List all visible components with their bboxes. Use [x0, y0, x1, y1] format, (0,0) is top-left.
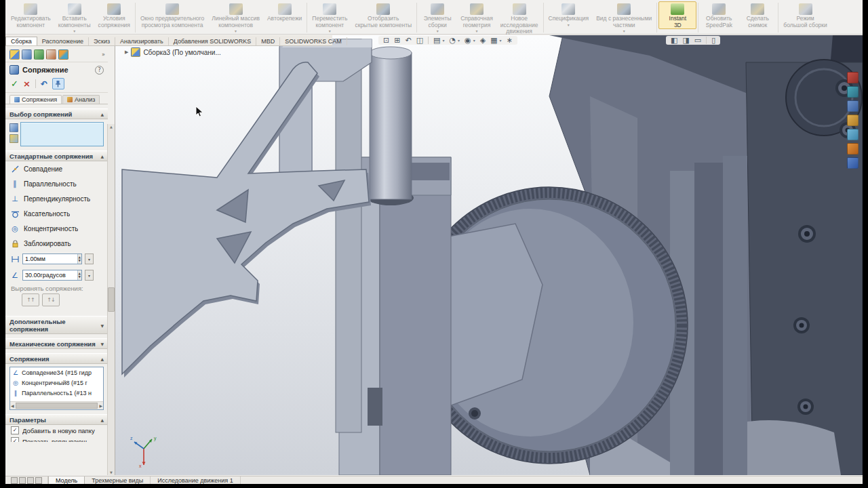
mate-option-coincident[interactable]: Совпадение — [5, 161, 108, 176]
ribbon-item-update-speedpak[interactable]: Обновить SpeedPak — [700, 1, 738, 29]
mate-option-concentric[interactable]: ◎ Концентричность — [5, 221, 108, 236]
statusbar-icon-3[interactable] — [27, 477, 34, 484]
file-explorer-icon[interactable] — [847, 100, 859, 112]
statusbar-icon-1[interactable] — [11, 477, 18, 484]
feature-tree-root[interactable]: ▶ Сборка3 (По умолчани... — [125, 47, 221, 57]
section-header-mate-selections[interactable]: Выбор сопряжений ▲ — [5, 108, 108, 119]
ribbon-item-new-motion-study[interactable]: Новое исследование движения — [497, 1, 542, 36]
zoom-fit-icon[interactable]: ⊡ — [383, 37, 389, 44]
angle-spinner[interactable]: ▲ ▼ — [77, 270, 81, 280]
mate-list-item[interactable]: ◎ Концентричный8 (#15 г — [10, 378, 103, 388]
view-palette-icon[interactable] — [847, 115, 859, 126]
ribbon-item-edit-component[interactable]: Редактировать компонент — [7, 1, 54, 29]
aligned-button[interactable]: ↑↑ — [22, 293, 39, 306]
dropdown-arrow-icon[interactable]: ▾ — [473, 39, 475, 43]
tab-solidworks-addins[interactable]: Добавления SOLIDWORKS — [169, 37, 256, 45]
graphics-viewport[interactable]: ⊡ ⊞ ↶ ◫ ▤ ▾ ◔ ▾ ◉ ▾ ◈ ▦ ▾ ∗ ◧ ◨ ▭ ▯ ▶ С — [115, 35, 863, 475]
show-popup-checkbox[interactable]: ✓ — [11, 437, 19, 442]
mate-option-parallel[interactable]: ∥ Параллельность — [5, 176, 108, 191]
tree-expander-icon[interactable]: ▶ — [125, 49, 128, 55]
featuremanager-tree-icon[interactable] — [9, 49, 20, 60]
scroll-right-icon[interactable]: ▶ — [99, 403, 102, 408]
ribbon-item-reference-geometry[interactable]: Справочная геометрия ▾ — [457, 1, 496, 34]
scroll-up-icon[interactable]: ▲ — [110, 124, 113, 129]
ribbon-item-bill-of-materials[interactable]: Спецификация ▾ — [545, 1, 593, 28]
collapse-icon[interactable]: ▲ — [100, 112, 104, 117]
ribbon-item-move-component[interactable]: Переместить компонент ▾ — [309, 1, 351, 34]
tab-assembly[interactable]: Сборка — [5, 37, 37, 45]
statusbar-icon-4[interactable] — [35, 477, 42, 484]
pane-right-icon[interactable]: ◨ — [682, 37, 689, 44]
panel-scrollbar[interactable]: ▲ ▼ — [107, 124, 115, 475]
previous-view-icon[interactable]: ↶ — [405, 37, 411, 44]
dropdown-arrow-icon[interactable]: ▾ — [500, 39, 502, 43]
ribbon-item-smart-fasteners[interactable]: Автокрепежи — [264, 1, 305, 23]
mate-selections-box[interactable] — [20, 122, 104, 146]
dropdown-arrow-icon[interactable]: ▾ — [458, 39, 460, 43]
statusbar-icon-2[interactable] — [19, 477, 26, 484]
statusbar-tab-3d-views[interactable]: Трехмерные виды — [85, 476, 151, 484]
section-header-mates-list[interactable]: Сопряжения ▲ — [5, 353, 108, 364]
ribbon-item-exploded-view[interactable]: Вид с разнесенными частями ▾ — [593, 1, 655, 34]
mate-list-item[interactable]: ∠ Совпадение34 (#15 гидр — [10, 367, 103, 378]
help-icon[interactable]: ? — [95, 66, 104, 75]
scroll-left-icon[interactable]: ◀ — [11, 403, 14, 408]
display-style-icon[interactable]: ◔ — [449, 37, 456, 44]
mate-option-perpendicular[interactable]: ⊥ Перпендикулярность — [5, 191, 108, 206]
tab-mbd[interactable]: MBD — [256, 37, 280, 45]
keep-visible-pin-button[interactable] — [52, 78, 64, 89]
zoom-to-area-icon[interactable]: ⊞ — [394, 37, 400, 44]
collapse-icon[interactable]: ▲ — [100, 357, 104, 361]
edit-appearance-icon[interactable]: ◈ — [480, 37, 486, 44]
tab-evaluate[interactable]: Анализировать — [115, 37, 169, 45]
section-header-standard-mates[interactable]: Стандартные сопряжения ▲ — [5, 150, 108, 161]
dimxpertmanager-icon[interactable] — [46, 49, 56, 60]
statusbar-tab-model[interactable]: Модель — [48, 476, 85, 484]
angle-flip-button[interactable]: ▾ — [85, 270, 94, 281]
design-library-icon[interactable] — [847, 86, 859, 98]
add-to-new-folder-checkbox[interactable]: ✓ — [11, 426, 19, 434]
tab-sketch[interactable]: Эскиз — [89, 37, 115, 45]
mate-option-lock[interactable]: Заблокировать — [5, 236, 108, 251]
forum-icon[interactable] — [847, 157, 859, 169]
subtab-analysis[interactable]: Анализ — [62, 95, 100, 104]
configurationmanager-icon[interactable] — [34, 49, 44, 60]
pane-left-icon[interactable]: ◧ — [671, 37, 677, 44]
tab-layout[interactable]: Расположение — [37, 37, 89, 45]
ribbon-item-instant-3d[interactable]: Instant 3D — [658, 1, 696, 29]
ribbon-item-component-preview-window[interactable]: Окно предварительного просмотра компонен… — [137, 1, 208, 29]
expand-icon[interactable]: ▼ — [100, 342, 104, 346]
mate-list-item[interactable]: ∥ Параллельность1 (#13 н — [10, 388, 103, 398]
angle-input[interactable]: 30.00градусов ▲ ▼ — [22, 270, 82, 281]
ribbon-item-linear-component-pattern[interactable]: Линейный массив компонентов ▾ — [208, 1, 263, 34]
ribbon-item-insert-components[interactable]: Вставить компоненты ▾ — [55, 1, 94, 34]
collapse-icon[interactable]: ▲ — [100, 418, 104, 422]
subtab-mates[interactable]: Сопряжения — [9, 95, 62, 104]
distance-flip-button[interactable]: ▾ — [85, 253, 94, 264]
manager-tabs-overflow-icon[interactable]: » — [102, 52, 105, 58]
undo-button[interactable]: ↶ — [41, 80, 47, 88]
section-view-icon[interactable]: ◫ — [416, 37, 423, 44]
fullscreen-icon[interactable]: ▯ — [711, 37, 715, 44]
expand-icon[interactable]: ▼ — [100, 323, 104, 328]
resources-icon[interactable] — [847, 72, 859, 83]
mates-listbox[interactable]: ∠ Совпадение34 (#15 гидр ◎ Концентричный… — [9, 367, 104, 410]
displaymanager-icon[interactable] — [58, 49, 68, 60]
distance-input[interactable]: 1.00мм ▲ ▼ — [22, 253, 82, 264]
view-orientation-icon[interactable]: ▤ — [433, 37, 440, 44]
scroll-down-icon[interactable]: ▼ — [110, 470, 113, 475]
section-header-parameters[interactable]: Параметры ▲ — [5, 414, 108, 425]
distance-spinner[interactable]: ▲ ▼ — [77, 254, 81, 264]
option-show-popup[interactable]: ✓ Показать всплывающ — [5, 436, 108, 442]
ribbon-item-show-hidden-components[interactable]: Отобразить скрытые компоненты — [351, 1, 415, 29]
mate-option-tangent[interactable]: Касательность — [5, 206, 108, 221]
appearances-icon[interactable] — [847, 129, 859, 140]
section-header-advanced-mates[interactable]: Дополнительные сопряжения ▼ — [5, 316, 108, 334]
statusbar-tab-motion-study[interactable]: Исследование движения 1 — [151, 476, 240, 484]
ribbon-item-assembly-features[interactable]: Элементы сборки ▾ — [418, 1, 456, 34]
ribbon-item-take-snapshot[interactable]: Сделать снимок — [738, 1, 776, 29]
mates-list-horizontal-scrollbar[interactable]: ◀ ▶ — [10, 401, 103, 409]
ribbon-item-mate[interactable]: Условия сопряжения — [95, 1, 134, 29]
hide-show-items-icon[interactable]: ◉ — [465, 37, 471, 44]
anti-aligned-button[interactable]: ↑↓ — [42, 293, 60, 306]
